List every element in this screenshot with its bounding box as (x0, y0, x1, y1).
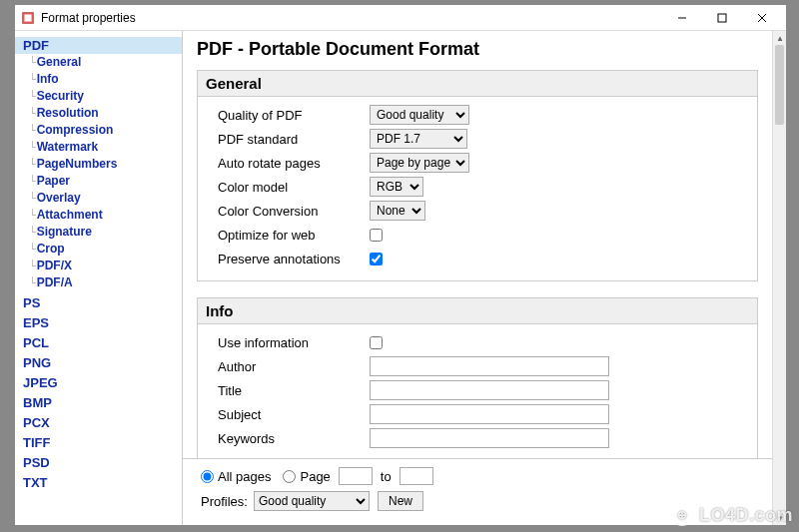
section-legend: General (198, 71, 757, 97)
sidebar-item-signature[interactable]: └ Signature (15, 224, 182, 241)
radio-allpages[interactable]: All pages (201, 469, 271, 484)
select-standard[interactable]: PDF 1.7 (370, 129, 467, 149)
sidebar-item-compression[interactable]: └ Compression (15, 122, 182, 139)
window: Format properties PDF└ General└ Info└ Se… (14, 4, 787, 526)
select-quality[interactable]: Good quality (370, 105, 469, 125)
label-keywords: Keywords (218, 431, 370, 446)
sidebar-item-watermark[interactable]: └ Watermark (15, 139, 182, 156)
sidebar-item-pdf[interactable]: PDF (15, 37, 182, 54)
sidebar-item-eps[interactable]: EPS (15, 314, 182, 331)
radio-page-input[interactable] (283, 470, 296, 483)
checkbox-useinfo[interactable] (370, 336, 383, 349)
sidebar-item-pagenumbers[interactable]: └ PageNumbers (15, 156, 182, 173)
maximize-button[interactable] (702, 5, 742, 31)
sidebar-item-bmp[interactable]: BMP (15, 394, 182, 411)
sidebar-item-pdfa[interactable]: └ PDF/A (15, 274, 182, 291)
sidebar-item-attachment[interactable]: └ Attachment (15, 207, 182, 224)
input-title[interactable] (370, 380, 609, 400)
scroll-thumb[interactable] (775, 45, 784, 125)
sidebar-item-png[interactable]: PNG (15, 354, 182, 371)
sidebar-item-paper[interactable]: └ Paper (15, 173, 182, 190)
label-standard: PDF standard (218, 132, 370, 147)
sidebar-item-general[interactable]: └ General (15, 54, 182, 71)
select-color[interactable]: RGB (370, 177, 423, 197)
label-quality: Quality of PDF (218, 108, 370, 123)
sidebar-item-jpeg[interactable]: JPEG (15, 374, 182, 391)
checkbox-preserve[interactable] (370, 253, 383, 266)
main-content: PDF - Portable Document Format General Q… (183, 31, 772, 458)
input-page-from[interactable] (339, 467, 373, 485)
label-preserve: Preserve annotations (218, 252, 370, 266)
sidebar-item-pdfx[interactable]: └ PDF/X (15, 258, 182, 274)
input-author[interactable] (370, 356, 609, 376)
label-title: Title (218, 383, 370, 398)
checkbox-optimize[interactable] (370, 229, 383, 242)
select-profiles[interactable]: Good quality (254, 491, 370, 511)
section-info: Info Use information Author Title Subjec… (197, 297, 758, 458)
section-legend: Info (198, 298, 757, 324)
label-color: Color model (218, 180, 370, 195)
sidebar-item-txt[interactable]: TXT (15, 474, 182, 491)
sidebar-item-pcx[interactable]: PCX (15, 414, 182, 431)
scroll-up-icon[interactable]: ▲ (773, 31, 786, 45)
profiles-label: Profiles: (201, 494, 248, 509)
sidebar: PDF└ General└ Info└ Security└ Resolution… (15, 31, 183, 525)
sidebar-item-psd[interactable]: PSD (15, 454, 182, 471)
section-general: General Quality of PDF Good quality PDF … (197, 70, 758, 281)
input-subject[interactable] (370, 404, 609, 424)
sidebar-item-info[interactable]: └ Info (15, 71, 182, 88)
sidebar-item-tiff[interactable]: TIFF (15, 434, 182, 451)
sidebar-item-ps[interactable]: PS (15, 294, 182, 311)
sidebar-item-crop[interactable]: └ Crop (15, 241, 182, 258)
minimize-button[interactable] (662, 5, 702, 31)
sidebar-item-security[interactable]: └ Security (15, 88, 182, 105)
window-title: Format properties (41, 11, 662, 25)
label-conv: Color Conversion (218, 204, 370, 219)
select-autorotate[interactable]: Page by page (370, 153, 469, 173)
svg-rect-3 (718, 14, 726, 22)
sidebar-item-overlay[interactable]: └ Overlay (15, 190, 182, 207)
sidebar-item-pcl[interactable]: PCL (15, 334, 182, 351)
scroll-down-icon[interactable]: ▼ (773, 511, 786, 525)
svg-rect-1 (25, 14, 32, 21)
scrollbar[interactable]: ▲ ▼ (772, 31, 786, 525)
new-button[interactable]: New (378, 491, 423, 511)
radio-page[interactable]: Page to (283, 467, 436, 485)
app-icon (21, 11, 35, 25)
input-page-to[interactable] (400, 467, 433, 485)
label-useinfo: Use information (218, 335, 370, 350)
sidebar-item-resolution[interactable]: └ Resolution (15, 105, 182, 122)
footer: All pages Page to Profiles: Good quality… (183, 458, 772, 525)
label-optimize: Optimize for web (218, 228, 370, 243)
close-button[interactable] (742, 5, 782, 31)
titlebar: Format properties (15, 5, 786, 31)
label-autorotate: Auto rotate pages (218, 156, 370, 171)
input-keywords[interactable] (370, 428, 609, 448)
select-conv[interactable]: None (370, 201, 425, 221)
label-subject: Subject (218, 407, 370, 422)
radio-allpages-input[interactable] (201, 470, 214, 483)
page-title: PDF - Portable Document Format (197, 39, 758, 60)
label-author: Author (218, 359, 370, 374)
